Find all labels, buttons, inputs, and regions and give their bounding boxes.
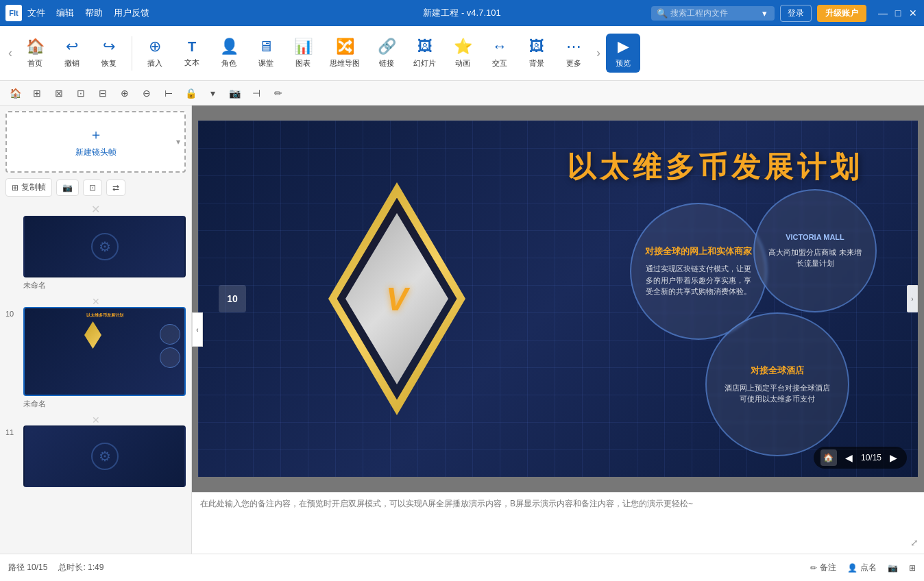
- search-box[interactable]: 🔍 ▾: [651, 6, 775, 21]
- action-frame[interactable]: ⊠: [49, 84, 69, 103]
- nav-page-info: 10/15: [861, 453, 882, 462]
- toolbar-insert[interactable]: ⊕ 插入: [138, 34, 172, 73]
- maximize-button[interactable]: □: [892, 8, 903, 18]
- notes-area: ⤢: [192, 492, 924, 554]
- slide-10-row: 10 以太维多币发展计划: [5, 307, 186, 396]
- slide-11-thumbnail[interactable]: [23, 425, 186, 487]
- slide-10-thumb-layout: [29, 321, 180, 368]
- menu-edit[interactable]: 编辑: [56, 7, 74, 19]
- toolbar-back[interactable]: ‹: [5, 43, 15, 63]
- status-duration: 总时长: 1:49: [58, 562, 104, 573]
- slide-10-thumb-circles: [160, 324, 180, 368]
- undo-icon: ↩: [66, 38, 78, 55]
- toolbar-forward[interactable]: ›: [594, 43, 603, 63]
- slide-10-label: 未命名: [23, 399, 186, 409]
- close-button[interactable]: ✕: [908, 8, 919, 18]
- status-notes-action[interactable]: ✏ 备注: [810, 562, 836, 573]
- toolbar-animate[interactable]: ⭐ 动画: [446, 34, 480, 73]
- slide-10-thumbnail[interactable]: 以太维多币发展计划: [23, 307, 186, 396]
- action-grid[interactable]: ⊡: [71, 84, 90, 103]
- title-bar-right: 🔍 ▾ 登录 升级账户 — □ ✕: [651, 5, 919, 22]
- toolbar: ‹ 🏠 首页 ↩ 撤销 ↪ 恢复 ⊕ 插入 T 文本 👤 角色 🖥 课堂 📊 图…: [0, 26, 924, 81]
- status-camera-action[interactable]: 📷: [888, 563, 898, 573]
- slide-11-number: 11: [5, 428, 18, 436]
- action-zoom-in[interactable]: ⊕: [115, 84, 134, 103]
- toolbar-home[interactable]: 🏠 首页: [18, 34, 52, 73]
- new-frame-button[interactable]: ＋ 新建镜头帧 ▾: [5, 111, 186, 173]
- toolbar-character[interactable]: 👤 角色: [212, 34, 246, 73]
- notes-input[interactable]: [200, 498, 916, 548]
- nav-prev-button[interactable]: ◀: [842, 451, 855, 465]
- animate-icon: ⭐: [454, 38, 472, 55]
- background-label: 背景: [529, 58, 544, 69]
- expand-arrow-icon: ▾: [176, 137, 180, 147]
- slide-10-number: 10: [5, 310, 18, 318]
- slide-9-thumbnail[interactable]: [23, 216, 186, 277]
- camera-tool-button[interactable]: 📷: [56, 180, 79, 196]
- search-input[interactable]: [670, 8, 759, 18]
- circle-2-text: 高大尚加盟分店商城 未来增长流量计划: [768, 247, 862, 269]
- toolbar-redo[interactable]: ↪ 恢复: [92, 34, 126, 73]
- diamond-logo: V: [369, 271, 424, 326]
- more-label: 更多: [566, 58, 581, 69]
- character-icon: 👤: [220, 38, 239, 55]
- diamond-v-letter: V: [386, 280, 408, 318]
- circle-card-2: VICTORIA MALL 高大尚加盟分店商城 未来增长流量计划: [753, 189, 877, 312]
- minimize-button[interactable]: —: [877, 8, 888, 18]
- login-button[interactable]: 登录: [780, 5, 812, 22]
- notes-expand-icon[interactable]: ⤢: [910, 537, 919, 548]
- toolbar-slide[interactable]: 🖼 幻灯片: [406, 34, 443, 73]
- slide-item-9: 未命名: [5, 216, 186, 290]
- nav-next-button[interactable]: ▶: [887, 451, 900, 465]
- menu-file[interactable]: 文件: [27, 7, 45, 19]
- toolbar-classroom[interactable]: 🖥 课堂: [249, 34, 283, 73]
- status-bar: 路径 10/15 总时长: 1:49 ✏ 备注 👤 点名 📷 ⊞: [0, 554, 924, 581]
- link-icon: 🔗: [378, 38, 396, 55]
- action-camera[interactable]: 📷: [225, 84, 244, 103]
- upgrade-button[interactable]: 升级账户: [817, 5, 866, 22]
- action-align[interactable]: ⊢: [159, 84, 178, 103]
- forward-icon: ›: [596, 46, 600, 60]
- separator-2-icon: ✕: [92, 296, 100, 307]
- toolbar-interact[interactable]: ↔ 交互: [483, 34, 517, 73]
- action-lock[interactable]: 🔒: [181, 84, 200, 103]
- toolbar-more[interactable]: ⋯ 更多: [557, 34, 591, 73]
- action-code[interactable]: ⊣: [247, 84, 266, 103]
- action-bar: 🏠 ⊞ ⊠ ⊡ ⊟ ⊕ ⊖ ⊢ 🔒 ▾ 📷 ⊣ ✏: [0, 81, 924, 106]
- toolbar-background[interactable]: 🖼 背景: [520, 34, 554, 73]
- toolbar-preview[interactable]: ▶ 预览: [606, 34, 640, 73]
- action-layers[interactable]: ⊟: [93, 84, 112, 103]
- toolbar-chart[interactable]: 📊 图表: [286, 34, 320, 73]
- status-path: 路径 10/15: [8, 562, 47, 573]
- home-label: 首页: [27, 58, 42, 69]
- thumb-circle-2: [160, 347, 180, 368]
- grid-tool-button[interactable]: ⊡: [83, 180, 102, 196]
- toolbar-text[interactable]: T 文本: [175, 35, 209, 72]
- right-collapse-button[interactable]: ›: [907, 285, 918, 312]
- swap-tool-button[interactable]: ⇄: [106, 180, 125, 196]
- action-dropdown[interactable]: ▾: [203, 84, 222, 103]
- menu-feedback[interactable]: 用户反馈: [114, 7, 149, 19]
- toolbar-link[interactable]: 🔗 链接: [369, 34, 404, 73]
- toolbar-undo[interactable]: ↩ 撤销: [55, 34, 89, 73]
- copy-frame-button[interactable]: ⊞ 复制帧: [5, 178, 52, 197]
- action-copy[interactable]: ⊞: [27, 84, 47, 103]
- separator-3-icon: ✕: [92, 415, 100, 425]
- nav-home-button[interactable]: 🏠: [820, 449, 837, 466]
- canvas-area: 以太维多币发展计划 10 V 对接全球的网上和实体商家 通过实现区块链支付模式，…: [192, 106, 924, 554]
- toolbar-mindmap[interactable]: 🔀 思维导图: [323, 34, 367, 73]
- collapse-panel-button[interactable]: ‹: [192, 312, 203, 347]
- search-dropdown-icon[interactable]: ▾: [762, 8, 767, 18]
- action-zoom-out[interactable]: ⊖: [137, 84, 156, 103]
- chart-icon: 📊: [294, 38, 313, 55]
- interact-icon: ↔: [492, 38, 507, 55]
- canvas-scroll[interactable]: 以太维多币发展计划 10 V 对接全球的网上和实体商家 通过实现区块链支付模式，…: [192, 106, 924, 492]
- status-grid-action[interactable]: ⊞: [909, 563, 916, 573]
- menu-help[interactable]: 帮助: [85, 7, 103, 19]
- slide-10-thumb-title: 以太维多币发展计划: [29, 312, 180, 319]
- thumb-circle-1: [160, 324, 180, 345]
- action-home[interactable]: 🏠: [5, 84, 25, 103]
- text-label: 文本: [184, 58, 199, 68]
- status-rollcall-action[interactable]: 👤 点名: [847, 562, 877, 573]
- action-edit[interactable]: ✏: [269, 84, 288, 103]
